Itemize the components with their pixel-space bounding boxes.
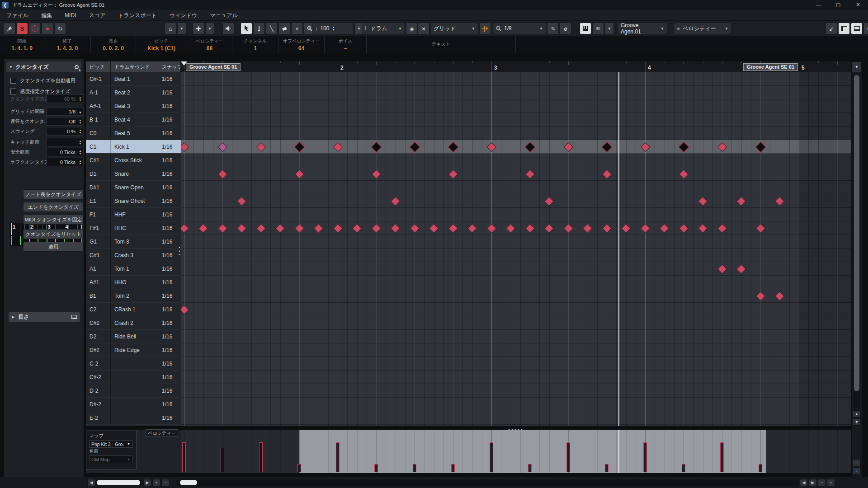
drum-row-D#2[interactable]: D#2Ride Edge1/16 (86, 343, 181, 357)
drum-row-D1[interactable]: D1Snare1/16 (86, 167, 181, 181)
drum-row-A1[interactable]: A1Tom 11/16 (86, 262, 181, 276)
list-splitter-handle[interactable]: ••• (178, 246, 181, 257)
stepper-icon[interactable]: ▲▼ (77, 129, 83, 134)
snap-mode-dropdown[interactable]: グリッド ▼ (430, 23, 478, 34)
v-scroll-up-button[interactable]: ▲ (853, 410, 861, 418)
lower-zone-layout-icon[interactable] (851, 23, 863, 34)
grid-row-F1[interactable] (181, 208, 851, 221)
field-value-box[interactable]: 0 %▲▼ (47, 127, 84, 136)
ruler-options-dropdown[interactable]: ▼ (852, 61, 862, 72)
grid-row-C-2[interactable] (181, 357, 851, 371)
drum-row-F#1[interactable]: F#1HHC1/16 (86, 221, 181, 235)
grid-row-C2[interactable] (181, 303, 851, 316)
velocity-lane[interactable] (181, 430, 851, 473)
menu-item-3[interactable]: スコア (82, 10, 112, 21)
grid-row-A#1[interactable] (181, 276, 851, 289)
velocity-bar[interactable] (528, 464, 532, 472)
drum-row-A#-1[interactable]: A#-1Beat 31/16 (86, 99, 181, 113)
window-zones-dropdown[interactable]: ▼ (177, 23, 186, 34)
velocity-bar[interactable] (759, 464, 762, 472)
part-end-tag[interactable]: Groove Agent SE 01 (743, 63, 798, 71)
drum-row-B-1[interactable]: B-1Beat 41/16 (86, 113, 181, 127)
v-zoom-out-button[interactable]: − (853, 459, 861, 466)
checkbox-unchecked[interactable] (10, 89, 16, 94)
object-selection-tool[interactable] (241, 23, 252, 34)
stepper-icon[interactable]: ▲▼ (77, 150, 83, 155)
quantize-action-button-0[interactable]: ノート長をクオンタイズ (23, 189, 84, 199)
list-scrollbar[interactable] (96, 479, 143, 486)
autoscroll-dropdown[interactable]: ▼ (205, 23, 214, 34)
grid-row-D#2[interactable] (181, 343, 851, 357)
info-field-3[interactable]: ピッチKick 1 (C1) (136, 36, 187, 53)
menu-item-2[interactable]: MIDI (58, 10, 82, 21)
velocity-bar[interactable] (374, 464, 378, 472)
stepper-icon[interactable]: ▲▼ (77, 160, 83, 165)
menu-item-6[interactable]: マニュアル (203, 10, 244, 21)
eraser-tool[interactable] (278, 23, 290, 34)
window-zones-button[interactable]: ⌂ (165, 23, 176, 34)
snap-on-off-toggle[interactable]: -|+ (479, 23, 491, 34)
list-scroll-left-button[interactable]: ◀ (87, 479, 95, 486)
velocity-bar[interactable] (682, 464, 685, 472)
velocity-bar[interactable] (451, 464, 455, 472)
field-value-box[interactable]: 0 Ticks▲▼ (47, 148, 84, 156)
list-scroll-right-button[interactable]: ▶ (143, 479, 151, 486)
drum-row-D2[interactable]: D2Ride Bell1/16 (86, 330, 181, 343)
grid-row-C0[interactable] (181, 127, 851, 140)
grid-row-B-1[interactable] (181, 113, 851, 127)
drum-row-D#1[interactable]: D#1Snare Open1/16 (86, 181, 181, 194)
grid-row-D-2[interactable] (181, 384, 851, 398)
acoustic-feedback-loop-button[interactable]: ↻ (54, 23, 66, 34)
list-column-header-0[interactable]: ピッチ (86, 61, 111, 72)
pitch-visibility-button[interactable] (580, 23, 591, 34)
drumstick-tool[interactable] (253, 23, 265, 34)
controller-selector-dropdown[interactable]: ● ベロシティー ▼ (674, 23, 731, 34)
part-start-tag[interactable]: Groove Agent SE 01 (186, 63, 241, 71)
velocity-bar[interactable] (566, 442, 570, 472)
stepper-icon[interactable]: ▲▼ (77, 119, 83, 124)
info-field-4[interactable]: ベロシティー68 (187, 36, 232, 53)
field-value-box[interactable]: 60 %▲▼ (47, 94, 84, 103)
velocity-bar[interactable] (490, 442, 493, 472)
grid-row-A#-1[interactable] (181, 99, 851, 113)
grid-row-D#-2[interactable] (181, 398, 851, 411)
drum-row-E1[interactable]: E1Snare Ghost1/16 (86, 194, 181, 208)
drum-row-D#-2[interactable]: D#-21/16 (86, 398, 181, 411)
timeline-ruler[interactable]: 2345Groove Agent SE 01Groove Agent SE 01 (181, 61, 851, 72)
velocity-bar[interactable] (182, 442, 186, 472)
solo-editor-button[interactable]: S (16, 23, 28, 34)
menu-item-5[interactable]: ウィンドウ (163, 10, 203, 21)
checkbox-unchecked[interactable] (10, 78, 16, 84)
grid-row-B1[interactable] (181, 289, 851, 303)
info-field-6[interactable]: オフベロシティー64 (278, 36, 325, 53)
h-zoom-in-button[interactable]: ＋ (827, 479, 835, 486)
pin-editor-icon[interactable] (4, 23, 15, 34)
drum-row-C2[interactable]: C2CRash 11/16 (86, 303, 181, 316)
grid-row-C#-2[interactable] (181, 371, 851, 384)
drum-row-C#1[interactable]: C#1Cross Stick1/16 (86, 154, 181, 167)
drum-row-C#-2[interactable]: C#-21/16 (86, 371, 181, 384)
velocity-bar[interactable] (259, 442, 263, 472)
info-field-7[interactable]: ボイス– (325, 36, 367, 53)
velocity-bar[interactable] (297, 464, 301, 472)
velocity-bar[interactable] (605, 464, 609, 472)
autoscroll-button[interactable]: ✚ (193, 23, 204, 34)
left-zone-layout-icon[interactable] (838, 23, 850, 34)
grid-row-A-1[interactable] (181, 86, 851, 99)
v-scroll-down-button[interactable]: ▼ (853, 418, 861, 426)
lane-splitter-handle[interactable]: ••••• (181, 426, 851, 430)
grid-scroll-left-button[interactable]: ◀ (800, 479, 808, 486)
grid-row-D1[interactable] (181, 167, 851, 181)
info-field-0[interactable]: 開始1. 4. 1. 0 (0, 36, 44, 53)
part-selector-dropdown[interactable]: Groove Agen.01 ▼ (618, 23, 667, 34)
velocity-bar[interactable] (720, 442, 724, 472)
drum-row-C0[interactable]: C0Beat 51/16 (86, 127, 181, 140)
open-in-lower-zone-icon[interactable]: ↙ (826, 23, 837, 34)
grid-row-E1[interactable] (181, 194, 851, 208)
grid-row-G#1[interactable] (181, 249, 851, 262)
grid-row-D#1[interactable] (181, 181, 851, 194)
quantize-panel-header[interactable]: ▼ クオンタイズ (6, 61, 81, 72)
maximize-button[interactable]: ▢ (828, 0, 848, 10)
drum-row-G#-1[interactable]: G#-1Beat 11/16 (86, 72, 181, 86)
stepper-icon[interactable]: ▲▼ (77, 96, 83, 102)
